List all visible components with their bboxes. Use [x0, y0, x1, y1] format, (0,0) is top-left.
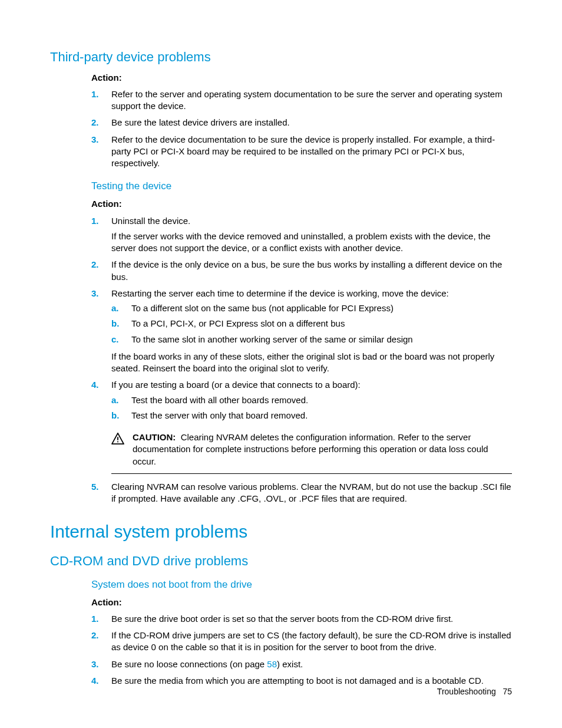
heading-testing-device: Testing the device	[50, 180, 512, 193]
action-label: Action:	[50, 597, 512, 608]
svg-rect-1	[117, 442, 118, 443]
action-label: Action:	[50, 198, 512, 210]
sub-steps: Test the board with all other boards rem…	[111, 393, 512, 424]
step-text: If the device is the only device on a bu…	[111, 259, 502, 281]
caution-label: CAUTION:	[133, 432, 176, 442]
footer-section: Troubleshooting	[437, 687, 496, 696]
heading-third-party: Third-party device problems	[50, 48, 512, 66]
substep-text: To the same slot in another working serv…	[131, 334, 413, 344]
caution-box: CAUTION: Clearing NVRAM deletes the conf…	[111, 429, 512, 474]
caution-body: CAUTION: Clearing NVRAM deletes the conf…	[133, 431, 512, 467]
page-footer: Troubleshooting 75	[437, 686, 512, 697]
list-item: Refer to the device documentation to be …	[91, 131, 512, 172]
list-item: To the same slot in another working serv…	[111, 332, 512, 347]
step-text: Restarting the server each time to deter…	[111, 288, 449, 298]
step-text: If the CD-ROM drive jumpers are set to C…	[111, 630, 511, 652]
substep-text: Test the server with only that board rem…	[131, 410, 308, 420]
footer-page-number: 75	[503, 687, 512, 696]
action-label: Action:	[50, 72, 512, 84]
step-text: Refer to the server and operating system…	[111, 89, 503, 111]
third-party-steps: Refer to the server and operating system…	[50, 86, 512, 172]
heading-internal-system: Internal system problems	[50, 520, 512, 544]
action-text: Action:	[91, 597, 122, 607]
list-item: To a different slot on the same bus (not…	[111, 301, 512, 316]
caution-text: Clearing NVRAM deletes the configuration…	[133, 432, 488, 466]
heading-no-boot: System does not boot from the drive	[50, 578, 512, 592]
action-text: Action:	[91, 73, 122, 83]
step-text-post: ) exist.	[277, 659, 303, 669]
substep-text: Test the board with all other boards rem…	[131, 395, 308, 405]
step-followup: If the board works in any of these slots…	[111, 351, 512, 375]
list-item: Restarting the server each time to deter…	[91, 285, 512, 377]
page-link-58[interactable]: 58	[267, 659, 277, 669]
step-followup: If the server works with the device remo…	[111, 230, 512, 255]
list-item: Clearing NVRAM can resolve various probl…	[91, 479, 512, 508]
list-item: If the CD-ROM drive jumpers are set to C…	[91, 627, 512, 656]
list-item: Refer to the server and operating system…	[91, 86, 512, 115]
step-text: Uninstall the device.	[111, 216, 190, 226]
substep-text: To a PCI, PCI-X, or PCI Express slot on …	[131, 318, 345, 328]
list-item: Test the board with all other boards rem…	[111, 393, 512, 408]
step-text: Refer to the device documentation to be …	[111, 134, 495, 169]
list-item: If you are testing a board (or a device …	[91, 377, 512, 479]
heading-cdrom-dvd: CD-ROM and DVD drive problems	[50, 552, 512, 570]
list-item: To a PCI, PCI-X, or PCI Express slot on …	[111, 316, 512, 331]
caution-icon	[111, 433, 124, 444]
no-boot-steps: Be sure the drive boot order is set so t…	[50, 611, 512, 689]
list-item: Be sure no loose connections (on page 58…	[91, 656, 512, 673]
step-text: Be sure the latest device drivers are in…	[111, 117, 290, 127]
step-text: Be sure the drive boot order is set so t…	[111, 614, 453, 624]
substep-text: To a different slot on the same bus (not…	[131, 303, 394, 313]
step-text-pre: Be sure no loose connections (on page	[111, 659, 267, 669]
testing-device-steps: Uninstall the device. If the server work…	[50, 213, 512, 508]
list-item: Be sure the latest device drivers are in…	[91, 114, 512, 131]
step-text: Clearing NVRAM can resolve various probl…	[111, 482, 511, 503]
list-item: Test the server with only that board rem…	[111, 408, 512, 423]
step-text: Be sure the media from which you are att…	[111, 676, 484, 686]
list-item: Uninstall the device. If the server work…	[91, 213, 512, 257]
sub-steps: To a different slot on the same bus (not…	[111, 301, 512, 347]
svg-rect-0	[117, 437, 118, 440]
step-text: If you are testing a board (or a device …	[111, 380, 361, 390]
action-text: Action:	[91, 199, 122, 209]
list-item: Be sure the drive boot order is set so t…	[91, 611, 512, 627]
list-item: If the device is the only device on a bu…	[91, 256, 512, 285]
